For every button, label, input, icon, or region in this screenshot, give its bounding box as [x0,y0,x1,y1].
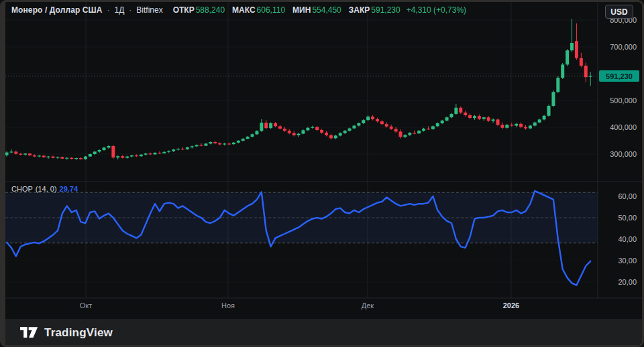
price-tick-label: 400,000 [610,123,637,131]
candle-body [28,153,32,155]
candle-body [65,158,68,159]
candle-body [403,135,407,137]
chop-tick-label: 50,00 [618,214,637,222]
candle-body [209,142,212,143]
candle-body [52,157,55,158]
candle-body [283,129,286,131]
ohlc-value: 554,450 [312,5,341,15]
time-axis-label: Окт [71,301,101,309]
ohlc-value: 606,110 [257,5,286,15]
candle-body [376,119,379,121]
time-axis-label: Дек [353,301,382,309]
candle-body [172,149,175,151]
candle-body [464,113,467,115]
candle-body [515,124,518,126]
candle-body [500,125,504,127]
candle-body [42,155,46,157]
candle-body [130,155,133,157]
candle-body [371,117,374,119]
ohlc-item: ОТКР588,240 [173,5,225,15]
last-price-text: 591,230 [606,72,633,80]
candle-body [427,129,430,129]
ohlc-label: ОТКР [173,5,195,15]
ohlc-value: 591,230 [371,5,400,15]
candle-body [167,151,170,152]
candle-body [149,153,152,154]
candle-body [288,131,291,133]
candle-body [218,143,221,145]
candle-body [125,157,129,158]
candles-group[interactable] [5,19,592,160]
candle-body [195,145,199,146]
legend-separator: · [107,5,110,15]
time-axis[interactable]: ОктНояДек2026 [5,298,598,316]
candle-body [70,158,73,159]
legend-separator: · [129,5,131,15]
price-and-indicator-chart[interactable]: 800,000700,000600,000500,000400,000300,0… [5,2,642,320]
candle-body [408,133,411,135]
price-axis[interactable]: 800,000700,000600,000500,000400,000300,0… [610,16,637,158]
ohlc-values: ОТКР588,240МАКС606,110МИН554,450ЗАКР591,… [173,5,400,15]
candle-body [241,139,245,141]
interval-label[interactable]: 1Д [115,5,125,15]
candle-body [107,146,110,147]
candle-body [519,124,523,127]
candle-body [380,121,384,124]
candle-body [329,135,333,138]
candle-body [399,131,402,137]
candle-body [580,58,583,66]
candle-body [274,123,277,126]
chop-tick-label: 40,00 [618,235,637,243]
tradingview-logo-icon [20,327,38,338]
candle-body [158,153,161,153]
symbol-title[interactable]: Монеро / Доллар США [11,5,103,15]
candle-body [454,108,458,114]
exchange-label: Bitfinex [136,5,162,15]
chop-tick-label: 20,00 [618,278,637,286]
tradingview-logo-text: TradingView [44,326,113,340]
indicator-legend[interactable]: CHOP (14, 0) 29.74 [11,185,78,193]
currency-toggle-button[interactable]: USD [605,5,633,19]
indicator-value: 29.74 [60,185,78,193]
candle-body [186,147,189,149]
candle-body [84,157,87,159]
candle-body [213,142,217,143]
candle-body [417,131,421,133]
candle-body [111,146,115,157]
candle-body [251,134,254,137]
candle-body [482,117,486,119]
candle-body [56,157,59,157]
candle-body [74,158,78,159]
candle-body [60,157,64,158]
indicator-name: CHOP [11,185,33,193]
candle-body [162,152,166,153]
candle-body [575,41,578,58]
candle-body [191,146,194,147]
candle-body [38,155,41,156]
candle-body [320,130,323,133]
ohlc-value: 588,240 [196,5,225,15]
price-tick-label: 300,000 [610,150,637,158]
candle-body [315,127,319,130]
symbol-legend[interactable]: Монеро / Доллар США · 1Д · Bitfinex ОТКР… [11,5,466,15]
candle-body [422,129,425,131]
candle-body [9,151,13,152]
candle-body [570,43,574,50]
candle-body [93,151,97,154]
candle-body [468,115,472,118]
chop-axis[interactable]: 60,0050,0040,0030,0020,00 [618,192,637,286]
price-tick-label: 700,000 [610,43,637,51]
candle-body [348,129,352,131]
ohlc-label: ЗАКР [349,5,370,15]
month-gridlines [86,2,511,298]
candle-body [227,143,231,144]
chart-canvas[interactable]: 800,000700,000600,000500,000400,000300,0… [5,2,642,320]
candle-body [533,123,537,126]
candle-body [135,155,138,156]
candle-body [246,137,250,139]
ohlc-item: ЗАКР591,230 [349,5,400,15]
candle-body [200,145,203,145]
tradingview-logo-link[interactable]: TradingView [20,326,113,340]
candle-body [566,50,569,64]
candle-body [14,151,17,153]
